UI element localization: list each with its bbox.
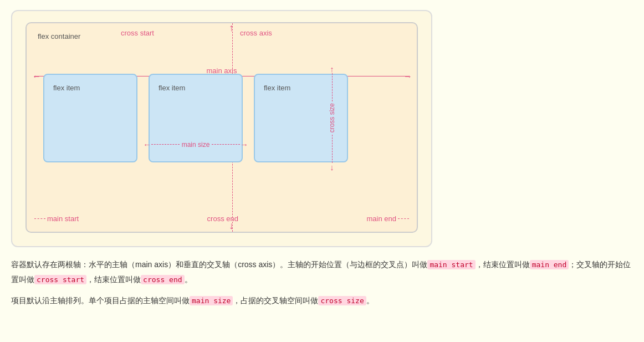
- cross-axis-top-arrow: ↑: [229, 22, 234, 34]
- main-start-highlight: main start: [427, 260, 475, 269]
- cross-start-highlight: cross start: [34, 275, 86, 284]
- main-size-highlight: main size: [190, 296, 233, 305]
- diagram-wrapper: flex container ↑ ↓ cross start cross axi…: [11, 10, 432, 247]
- desc-line2-pre: 项目默认沿主轴排列。单个项目占据的主轴空间叫做: [11, 296, 190, 305]
- main-end-indicator: main end: [367, 215, 409, 223]
- flex-item-3-label: flex item: [264, 84, 290, 92]
- flex-item-2-label: flex item: [159, 84, 185, 92]
- bottom-labels-row: main start cross end main end: [34, 215, 409, 223]
- description-line1: 容器默认存在两根轴：水平的主轴（main axis）和垂直的交叉轴（cross …: [11, 257, 633, 287]
- main-start-indicator: main start: [34, 215, 79, 223]
- flex-item-3: flex item ↑ cross size ↓: [254, 74, 348, 162]
- main-size-indicator: ← main size →: [143, 140, 248, 149]
- main-start-label: main start: [47, 215, 79, 223]
- cross-size-highlight: cross size: [318, 296, 366, 305]
- cross-end-label: cross end: [207, 215, 238, 223]
- cross-end-highlight: cross end: [141, 275, 184, 284]
- desc-line1-mid: ，结束位置叫做: [476, 260, 530, 269]
- desc-line1-end: 。: [185, 275, 192, 284]
- cross-axis-label: cross axis: [240, 29, 272, 37]
- flex-item-1: flex item: [43, 74, 137, 162]
- cross-size-label: cross size: [328, 101, 336, 134]
- flex-container-box: flex container ↑ ↓ cross start cross axi…: [25, 22, 418, 233]
- main-end-label: main end: [367, 215, 396, 223]
- desc-line2-end: 。: [366, 296, 374, 305]
- flex-item-2: flex item ← main size →: [149, 74, 243, 162]
- description-line2: 项目默认沿主轴排列。单个项目占据的主轴空间叫做main size，占据的交叉轴空…: [11, 293, 633, 308]
- main-size-label: main size: [180, 141, 212, 149]
- cross-size-indicator: ↑ cross size ↓: [328, 65, 336, 171]
- desc-line1-mid3: ，结束位置叫做: [86, 275, 141, 284]
- desc-line2-mid: ，占据的交叉轴空间叫做: [233, 296, 318, 305]
- main-end-highlight: main end: [530, 260, 569, 269]
- desc-line1-pre: 容器默认存在两根轴：水平的主轴（main axis）和垂直的交叉轴（cross …: [11, 260, 427, 269]
- cross-start-label: cross start: [121, 29, 154, 37]
- flex-items-row: flex item flex item ← main size → flex i…: [38, 74, 406, 162]
- flex-container-label: flex container: [38, 32, 406, 40]
- flex-item-1-label: flex item: [53, 84, 80, 92]
